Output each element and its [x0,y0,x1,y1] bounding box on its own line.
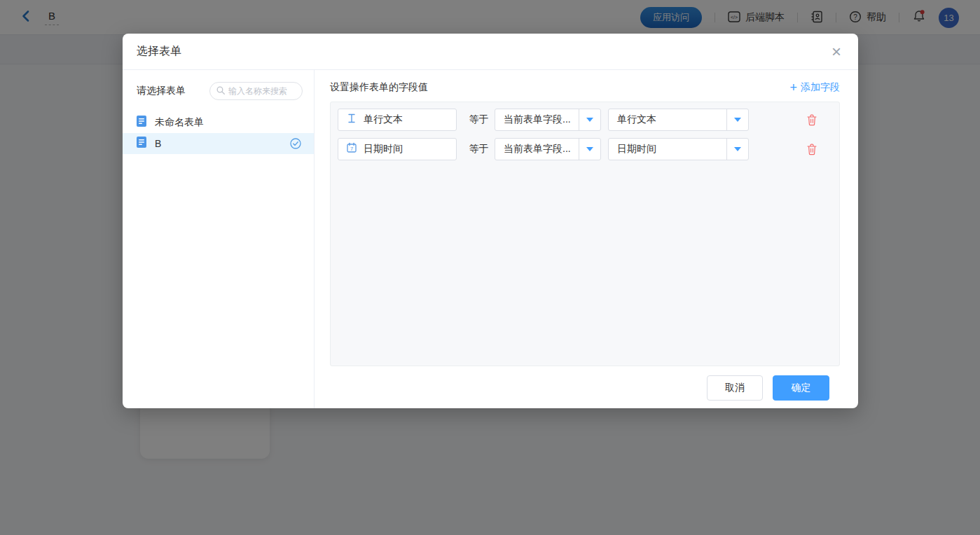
field-settings-header: 设置操作表单的字段值 + 添加字段 [330,78,840,97]
select-form-dialog: 选择表单 × 请选择表单 未命名表单 [123,34,858,408]
value-source-selected: 当前表单字段... [495,109,579,130]
chevron-down-icon [579,139,600,160]
text-field-icon [346,113,357,127]
form-select-label: 请选择表单 [137,85,186,97]
value-source-dropdown[interactable]: 当前表单字段... [495,109,601,131]
dialog-title: 选择表单 [137,44,181,59]
dialog-header: 选择表单 × [123,34,858,70]
cancel-button[interactable]: 取消 [707,375,763,401]
search-icon [216,85,225,97]
value-source-selected: 当前表单字段... [495,139,579,160]
value-source-dropdown[interactable]: 当前表单字段... [495,138,601,160]
field-settings-panel: 设置操作表单的字段值 + 添加字段 等于 [315,70,858,408]
add-field-button[interactable]: + 添加字段 [789,81,840,94]
search-input[interactable] [228,86,295,96]
form-doc-icon [137,116,146,130]
add-field-label: 添加字段 [801,81,840,94]
form-list: 未命名表单 B [123,112,314,154]
form-select-header: 请选择表单 [123,82,314,100]
form-select-panel: 请选择表单 未命名表单 [123,70,315,408]
datetime-icon: 7 [346,142,357,156]
value-field-dropdown[interactable]: 日期时间 [608,138,749,160]
dialog-footer: 取消 确定 [330,375,840,401]
field-name-input[interactable] [338,109,457,131]
chevron-down-icon [726,109,748,130]
form-search-box[interactable] [209,82,303,100]
field-row: 7 等于 当前表单字段... 日期时间 [338,138,832,160]
field-name-value[interactable] [364,114,444,125]
svg-text:7: 7 [350,146,353,152]
close-icon[interactable]: × [831,43,841,60]
dialog-body: 请选择表单 未命名表单 [123,70,858,408]
form-list-item-b[interactable]: B [123,133,314,154]
form-list-item-unnamed[interactable]: 未命名表单 [123,112,314,133]
check-circle-icon [290,138,301,149]
value-field-selected: 单行文本 [609,109,726,130]
operator-label: 等于 [463,113,495,126]
plus-icon: + [789,83,797,92]
operator-label: 等于 [463,143,495,155]
field-row: 等于 当前表单字段... 单行文本 [338,109,832,131]
field-settings-title: 设置操作表单的字段值 [330,81,428,94]
value-field-selected: 日期时间 [609,139,726,160]
field-rows-container: 等于 当前表单字段... 单行文本 [330,102,840,366]
form-list-item-label: B [155,138,161,149]
form-doc-icon [137,137,146,151]
chevron-down-icon [579,109,600,130]
value-field-dropdown[interactable]: 单行文本 [608,109,749,131]
chevron-down-icon [726,139,748,160]
form-list-item-label: 未命名表单 [155,116,204,129]
field-name-value[interactable] [364,144,444,155]
field-name-input[interactable]: 7 [338,138,457,160]
confirm-button[interactable]: 确定 [773,375,829,401]
delete-field-button[interactable] [807,114,817,126]
delete-field-button[interactable] [807,144,817,155]
